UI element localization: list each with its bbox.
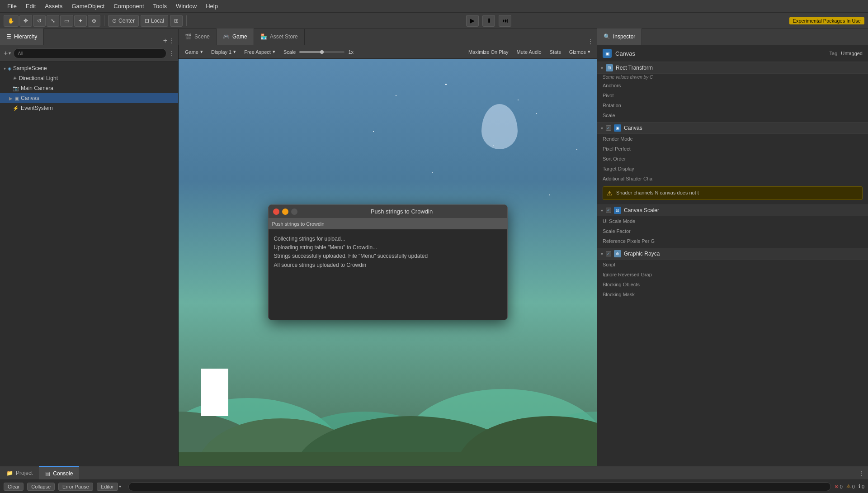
- star: [432, 172, 433, 173]
- hier-item-eventsystem[interactable]: ⚡ EventSystem: [0, 103, 178, 113]
- canvas-section-header[interactable]: ▾ ✓ ▣ Canvas: [597, 122, 868, 134]
- pixel-perfect-label: Pixel Perfect: [603, 146, 666, 152]
- menu-component[interactable]: Component: [110, 2, 147, 10]
- game-tab-label: Game: [185, 49, 198, 55]
- canvas-checkbox[interactable]: ✓: [606, 125, 611, 131]
- graphic-raycaster-enabled[interactable]: ✓: [606, 251, 611, 256]
- move-tool[interactable]: ✥: [19, 15, 32, 27]
- canvas-scaler-checkbox[interactable]: ✓: [606, 208, 611, 213]
- canvas-scaler-enabled[interactable]: ✓: [606, 208, 611, 213]
- pivot-row: Pivot: [597, 90, 868, 100]
- render-mode-row: Render Mode: [597, 134, 868, 144]
- menu-edit[interactable]: Edit: [22, 2, 39, 10]
- tab-game[interactable]: 🎮 Game: [217, 28, 254, 45]
- clear-btn[interactable]: Clear: [4, 483, 24, 491]
- hills-svg: [179, 339, 597, 466]
- scale-label: Scale: [603, 113, 666, 118]
- grid-btn[interactable]: ⊞: [170, 15, 183, 27]
- arrow-icon: ▶: [9, 96, 13, 101]
- step-btn[interactable]: ⏭: [499, 15, 511, 27]
- collapse-btn[interactable]: Collapse: [27, 483, 55, 491]
- rect-transform-arrow: ▾: [601, 66, 603, 71]
- more-options-btn[interactable]: ⋮: [588, 38, 593, 45]
- menu-gameobject[interactable]: GameObject: [68, 2, 108, 10]
- log-line-4: All source strings uploaded to Crowdin: [274, 261, 502, 270]
- hier-label: Canvas: [21, 95, 39, 101]
- scale-tool[interactable]: ⤡: [47, 15, 59, 27]
- play-btn[interactable]: ▶: [466, 15, 479, 27]
- canvas-scaler-section-header[interactable]: ▾ ✓ ⊡ Canvas Scaler: [597, 204, 868, 216]
- tab-inspector[interactable]: 🔍 Inspector: [597, 28, 642, 45]
- transform-tool[interactable]: ✦: [74, 15, 87, 27]
- rotate-tool[interactable]: ↺: [33, 15, 46, 27]
- graphic-raycaster-icon: ⊕: [614, 250, 621, 257]
- display-selector[interactable]: Display 1 ▾: [208, 48, 239, 56]
- hierarchy-more-btn[interactable]: ⋮: [169, 50, 175, 57]
- canvas-enabled-toggle[interactable]: ✓: [606, 125, 611, 131]
- dialog-titlebar: Push strings to Crowdin: [269, 205, 507, 218]
- menu-tools[interactable]: Tools: [150, 2, 170, 10]
- log-line-2: Uploading string table "Menu" to Crowdin…: [274, 243, 502, 252]
- game-display-selector[interactable]: Game ▾: [182, 48, 206, 56]
- tag-value: Untagged: [841, 51, 863, 56]
- transform-tools: ✋ ✥ ↺ ⤡ ▭ ✦ ⊕: [4, 15, 100, 27]
- hierarchy-tab-label: Hierarchy: [14, 33, 37, 40]
- ui-scale-label: UI Scale Mode: [603, 218, 666, 224]
- menu-window[interactable]: Window: [172, 2, 200, 10]
- hier-label: Directional Light: [19, 75, 58, 81]
- add-hierarchy-btn[interactable]: +: [163, 37, 167, 45]
- menu-help[interactable]: Help: [202, 2, 222, 10]
- dialog-close-btn[interactable]: [273, 209, 279, 215]
- add-btn[interactable]: +▾: [4, 49, 11, 57]
- canvas-section-label: Canvas: [624, 125, 642, 131]
- ui-scale-row: UI Scale Mode: [597, 216, 868, 226]
- menu-file[interactable]: File: [4, 2, 20, 10]
- console-search[interactable]: [128, 482, 831, 491]
- hierarchy-options-btn[interactable]: ⋮: [169, 38, 175, 44]
- log-line-1: Collecting strings for upload...: [274, 235, 502, 243]
- stats-btn[interactable]: Stats: [547, 48, 564, 56]
- menu-assets[interactable]: Assets: [41, 2, 66, 10]
- aspect-selector[interactable]: Free Aspect ▾: [241, 48, 278, 56]
- hier-item-main-camera[interactable]: 📷 Main Camera: [0, 83, 178, 93]
- pause-btn[interactable]: ⏸: [482, 15, 495, 27]
- arrow-icon: ▾: [4, 66, 6, 71]
- camera-icon: 📷: [13, 85, 19, 91]
- canvas-scaler-label: Canvas Scaler: [624, 207, 659, 213]
- ref-pixels-label: Reference Pixels Per G: [603, 238, 666, 244]
- rect-tool[interactable]: ▭: [60, 15, 73, 27]
- hier-item-samplescene[interactable]: ▾ ◈ SampleScene: [0, 63, 178, 73]
- hier-item-directional-light[interactable]: ☀ Directional Light: [0, 73, 178, 83]
- rotation-label: Rotation: [603, 103, 666, 108]
- sep1: [104, 15, 104, 26]
- mute-audio[interactable]: Mute Audio: [514, 48, 544, 56]
- center-btn[interactable]: ⊙ Center: [108, 15, 139, 27]
- shader-channels-label: Additional Shader Cha: [603, 176, 666, 181]
- bottom-more-btn[interactable]: ⋮: [859, 470, 864, 476]
- maximize-on-play[interactable]: Maximize On Play: [466, 48, 511, 56]
- rect-transform-section-header[interactable]: ▾ ⊞ Rect Transform: [597, 62, 868, 74]
- hand-tool[interactable]: ✋: [4, 15, 19, 27]
- editor-btn[interactable]: Editor: [97, 483, 118, 491]
- hier-item-canvas[interactable]: ▶ ▣ Canvas: [0, 93, 178, 103]
- project-tab[interactable]: 📁 Project: [0, 466, 39, 480]
- scale-control[interactable]: Scale 1x: [281, 48, 356, 56]
- gizmos-btn[interactable]: Gizmos ▾: [566, 48, 593, 56]
- hierarchy-search[interactable]: [14, 48, 166, 58]
- dialog-min-btn[interactable]: [282, 209, 288, 215]
- dialog-max-btn[interactable]: [291, 209, 297, 215]
- warning-counter-icon: ⚠: [846, 484, 851, 489]
- star: [445, 84, 447, 85]
- error-counter: ⊗ 0: [835, 484, 843, 489]
- custom-tool[interactable]: ⊕: [88, 15, 100, 27]
- tab-asset-store[interactable]: 🏪 Asset Store: [254, 28, 305, 45]
- tab-scene[interactable]: 🎬 Scene: [179, 28, 217, 45]
- error-pause-btn[interactable]: Error Pause: [58, 483, 93, 491]
- editor-dropdown[interactable]: Editor ▾: [97, 483, 121, 491]
- ref-pixels-row: Reference Pixels Per G: [597, 236, 868, 246]
- local-btn[interactable]: ⊡ Local: [141, 15, 168, 27]
- console-tab[interactable]: ▤ Console: [39, 466, 79, 480]
- tab-hierarchy[interactable]: ☰ Hierarchy: [0, 28, 44, 45]
- graphic-raycaster-section-header[interactable]: ▾ ✓ ⊕ Graphic Rayca: [597, 248, 868, 260]
- graphic-raycaster-checkbox[interactable]: ✓: [606, 251, 611, 256]
